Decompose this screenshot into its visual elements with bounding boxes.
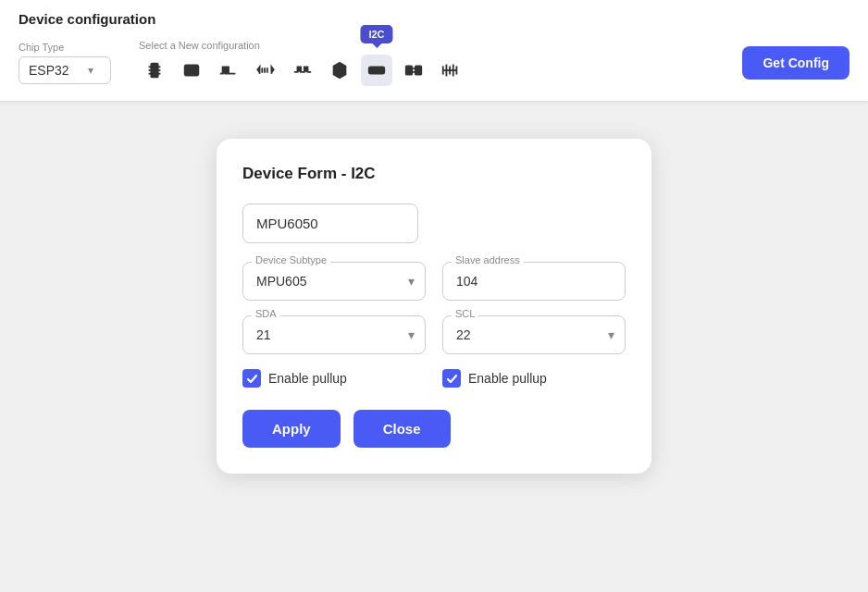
checkbox-row: Enable pullup Enable pullup <box>242 369 626 388</box>
scl-select[interactable]: 22 0 1 <box>442 315 626 354</box>
scl-label: SCL <box>452 308 478 319</box>
spi-icon-btn[interactable] <box>398 55 429 86</box>
sda-select[interactable]: 21 0 1 2 <box>242 315 426 354</box>
chip-type-label: Chip Type <box>19 42 111 53</box>
config-icons: I2C BUS <box>139 55 742 86</box>
svg-rect-17 <box>406 66 412 74</box>
sda-pullup-label: Enable pullup <box>268 371 347 386</box>
chip-type-value: ESP32 <box>29 63 69 78</box>
chip-type-section: Chip Type ESP32 ▾ <box>19 42 111 84</box>
action-row: Apply Close <box>242 410 626 448</box>
gpio-icon-btn[interactable] <box>139 55 170 86</box>
scl-select-wrapper: 22 0 1 <box>442 315 626 354</box>
chip-type-select[interactable]: ESP32 ▾ <box>19 56 111 84</box>
svg-point-9 <box>188 70 191 73</box>
modal-title: Device Form - I2C <box>242 165 626 183</box>
scl-pullup-label: Enable pullup <box>468 371 547 386</box>
form-row-subtype-slave: Device Subtype MPU605 MPU6050 MPU6500 Sl… <box>242 262 626 301</box>
scl-group: SCL 22 0 1 <box>442 315 626 354</box>
sda-label: SDA <box>252 308 280 319</box>
device-subtype-group: Device Subtype MPU605 MPU6050 MPU6500 <box>242 262 426 301</box>
device-subtype-label: Device Subtype <box>252 254 330 265</box>
sda-pullup-checkbox[interactable] <box>242 369 261 388</box>
slave-address-label: Slave address <box>452 254 524 265</box>
toolbar-controls: Chip Type ESP32 ▾ Select a New configura… <box>19 40 849 86</box>
modal-card: Device Form - I2C Device Subtype MPU605 … <box>217 139 651 474</box>
uart-icon-btn[interactable] <box>250 55 281 86</box>
toolbar: Device configuration Chip Type ESP32 ▾ S… <box>0 0 868 102</box>
relay-icon-btn[interactable] <box>176 55 207 86</box>
form-row-sda-scl: SDA 21 0 1 2 SCL 22 0 1 <box>242 315 626 354</box>
svg-point-10 <box>192 70 195 73</box>
device-subtype-select[interactable]: MPU605 MPU6050 MPU6500 <box>242 262 426 301</box>
svg-rect-7 <box>185 66 199 76</box>
config-label: Select a New configuration <box>139 40 742 51</box>
get-config-button[interactable]: Get Config <box>742 46 849 80</box>
stepper-icon-btn[interactable] <box>435 55 466 86</box>
pwm-icon-btn[interactable] <box>213 55 244 86</box>
slave-address-input[interactable] <box>442 262 626 301</box>
svg-rect-18 <box>415 66 421 74</box>
svg-rect-0 <box>151 64 157 78</box>
sda-group: SDA 21 0 1 2 <box>242 315 426 354</box>
close-button[interactable]: Close <box>353 410 451 448</box>
main-area: Device Form - I2C Device Subtype MPU605 … <box>0 130 868 592</box>
can-icon-btn[interactable] <box>324 55 355 86</box>
slave-address-group: Slave address <box>442 262 626 301</box>
device-subtype-select-wrapper: MPU605 MPU6050 MPU6500 <box>242 262 426 301</box>
device-name-input[interactable] <box>242 204 418 243</box>
config-section: Select a New configuration <box>139 40 742 86</box>
scl-pullup-group: Enable pullup <box>442 369 626 388</box>
i2c-icon-btn[interactable]: I2C BUS <box>361 55 392 86</box>
scl-pullup-checkbox[interactable] <box>442 369 461 388</box>
sda-select-wrapper: 21 0 1 2 <box>242 315 426 354</box>
apply-button[interactable]: Apply <box>242 410 341 448</box>
chevron-down-icon: ▾ <box>88 64 93 77</box>
toolbar-title: Device configuration <box>19 11 849 27</box>
svg-text:BUS: BUS <box>371 68 380 74</box>
svg-marker-14 <box>334 63 346 79</box>
sda-pullup-group: Enable pullup <box>242 369 426 388</box>
pulse-icon-btn[interactable] <box>287 55 318 86</box>
